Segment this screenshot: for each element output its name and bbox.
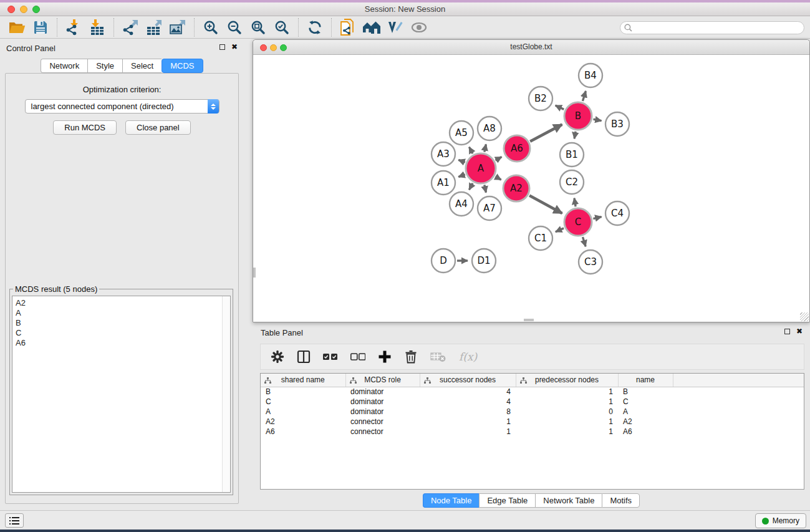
zoom-window-button[interactable]: [32, 6, 40, 13]
criterion-dropdown[interactable]: largest connected component (directed): [25, 99, 219, 114]
graph-edge-A6-B[interactable]: [530, 125, 562, 142]
zoom-out-button[interactable]: [223, 18, 246, 37]
graph-node-C2[interactable]: C2: [560, 170, 584, 194]
column-header-MCDS-role[interactable]: MCDS role: [345, 374, 420, 387]
graph-node-C4[interactable]: C4: [605, 201, 629, 225]
network-window-titlebar[interactable]: testGlobe.txt: [253, 40, 809, 55]
graph-edge-A-A7[interactable]: [485, 185, 486, 192]
graph-edge-B-B3[interactable]: [594, 119, 602, 121]
table-settings-button[interactable]: [271, 350, 284, 364]
network-graph[interactable]: B4B2BB3A8A5A6A3B1AC2A1A2A4A7C4CC1DD1C3: [253, 56, 809, 322]
graph-node-A4[interactable]: A4: [450, 192, 473, 216]
table-row[interactable]: Cdominator41C: [261, 397, 804, 407]
graph-edge-C-C1[interactable]: [556, 228, 564, 232]
run-mcds-button[interactable]: Run MCDS: [53, 120, 117, 135]
graph-node-B1[interactable]: B1: [560, 143, 584, 167]
tab-network-table[interactable]: Network Table: [535, 493, 602, 508]
graph-edge-C-C2[interactable]: [574, 198, 576, 207]
graph-edge-A-A1[interactable]: [458, 175, 465, 177]
graph-edge-A-A3[interactable]: [458, 160, 465, 162]
mcds-result-item[interactable]: C: [16, 328, 230, 338]
graph-node-A[interactable]: A: [466, 153, 496, 183]
graph-node-B2[interactable]: B2: [529, 87, 552, 110]
graph-node-A2[interactable]: A2: [503, 175, 529, 201]
graph-edge-B-B1[interactable]: [574, 132, 576, 139]
column-header-shared-name[interactable]: shared name: [261, 374, 345, 387]
resize-grip-icon[interactable]: [800, 312, 809, 321]
graph-node-B4[interactable]: B4: [579, 64, 602, 87]
graph-node-A3[interactable]: A3: [432, 142, 455, 166]
close-window-button[interactable]: [7, 6, 15, 13]
mcds-result-item[interactable]: A: [16, 308, 230, 318]
tab-select[interactable]: Select: [122, 59, 162, 73]
mcds-result-list[interactable]: A2ABCA6: [12, 296, 231, 493]
graph-node-C1[interactable]: C1: [529, 226, 552, 250]
tab-edge-table[interactable]: Edge Table: [479, 493, 535, 508]
save-session-button[interactable]: [29, 18, 52, 37]
mcds-result-item[interactable]: B: [16, 318, 230, 328]
network-horizontal-scrollbar[interactable]: [524, 319, 534, 321]
float-table-panel-icon[interactable]: [784, 329, 790, 334]
graph-edge-A-A5[interactable]: [469, 147, 473, 154]
result-list-scrollbar[interactable]: [222, 296, 230, 492]
tab-motifs[interactable]: Motifs: [602, 493, 640, 508]
delete-column-button[interactable]: [404, 350, 418, 364]
search-input[interactable]: [620, 21, 804, 34]
graph-node-C[interactable]: C: [564, 208, 592, 236]
table-row[interactable]: Adominator80A: [261, 407, 804, 417]
delete-table-button[interactable]: [430, 351, 446, 362]
graph-edge-B-B2[interactable]: [556, 105, 564, 109]
select-all-button[interactable]: [323, 353, 338, 360]
column-header-successor-nodes[interactable]: successor nodes: [420, 374, 516, 387]
graph-edge-B-B4[interactable]: [582, 91, 586, 101]
graph-node-B3[interactable]: B3: [605, 112, 629, 136]
task-history-button[interactable]: [5, 513, 24, 528]
preview-eye-button[interactable]: [407, 18, 431, 37]
mcds-result-item[interactable]: A2: [16, 298, 230, 308]
graph-node-A1[interactable]: A1: [432, 171, 455, 195]
graph-node-B[interactable]: B: [564, 102, 592, 130]
export-table-button[interactable]: [142, 18, 166, 37]
show-hide-style-button[interactable]: [383, 18, 407, 37]
graph-edge-A-A2[interactable]: [496, 177, 501, 180]
memory-button[interactable]: Memory: [755, 513, 806, 528]
open-session-button[interactable]: [5, 18, 29, 37]
graph-node-A6[interactable]: A6: [504, 135, 530, 162]
zoom-fit-button[interactable]: [246, 18, 270, 37]
export-network-button[interactable]: [118, 18, 142, 37]
graph-node-D[interactable]: D: [432, 249, 455, 273]
zoom-selected-button[interactable]: [270, 18, 294, 37]
network-minimize-button[interactable]: [270, 44, 277, 51]
table-row[interactable]: A2connector11A2: [261, 417, 804, 427]
column-header-name[interactable]: name: [618, 374, 673, 387]
mcds-result-item[interactable]: A6: [16, 338, 230, 348]
close-panel-icon[interactable]: ✖: [231, 44, 238, 50]
float-panel-icon[interactable]: [219, 44, 225, 50]
close-table-panel-icon[interactable]: ✖: [796, 328, 803, 334]
graph-edge-A-A6[interactable]: [496, 157, 502, 161]
unselect-all-button[interactable]: [350, 353, 365, 360]
tab-node-table[interactable]: Node Table: [423, 493, 480, 508]
graph-node-A5[interactable]: A5: [450, 121, 473, 145]
table-row[interactable]: Bdominator41B: [261, 387, 804, 397]
column-header-predecessor-nodes[interactable]: predecessor nodes: [516, 374, 618, 387]
table-row[interactable]: A6connector11A6: [261, 427, 804, 437]
open-network-file-button[interactable]: [336, 18, 360, 37]
close-panel-button[interactable]: Close panel: [125, 120, 191, 135]
export-image-button[interactable]: [166, 18, 190, 37]
network-canvas[interactable]: B4B2BB3A8A5A6A3B1AC2A1A2A4A7C4CC1DD1C3: [253, 56, 809, 322]
import-table-button[interactable]: [85, 18, 109, 37]
show-columns-button[interactable]: [297, 350, 311, 364]
zoom-in-button[interactable]: [199, 18, 223, 37]
network-close-button[interactable]: [260, 44, 267, 51]
graph-edge-C-C3[interactable]: [583, 237, 586, 246]
tab-network[interactable]: Network: [41, 59, 87, 73]
graph-edge-A-A4[interactable]: [469, 183, 473, 190]
refresh-layout-button[interactable]: [303, 18, 327, 37]
function-builder-button[interactable]: f(x): [459, 351, 477, 363]
tab-style[interactable]: Style: [87, 59, 122, 73]
create-column-button[interactable]: [378, 350, 392, 364]
network-zoom-button[interactable]: [280, 44, 287, 51]
graph-node-D1[interactable]: D1: [472, 249, 496, 273]
network-vertical-scrollbar[interactable]: [253, 268, 256, 278]
